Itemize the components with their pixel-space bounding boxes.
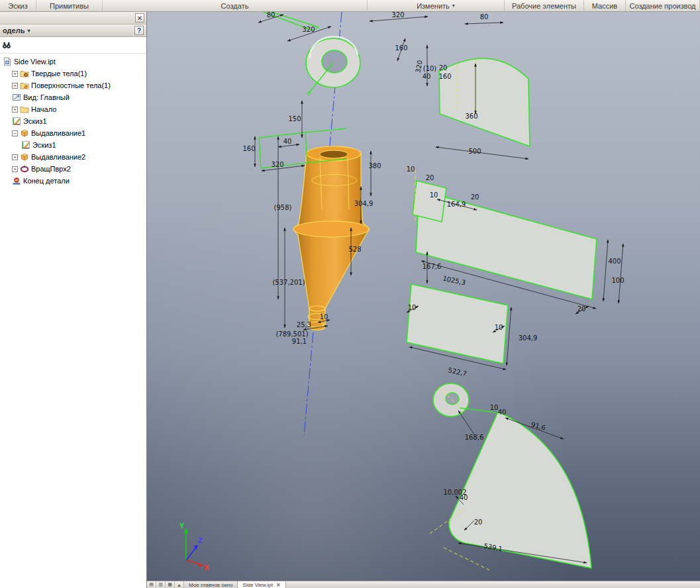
browser-header[interactable]: одель ▾ ? xyxy=(0,24,146,37)
document-tab-label: Side View.ipt xyxy=(242,582,273,588)
dimension-label[interactable]: 40 xyxy=(460,494,468,501)
graphics-viewport[interactable]: 8032032016015080320(10)20401603605004016… xyxy=(147,12,700,581)
expand-icon[interactable]: + xyxy=(12,166,18,172)
ribbon-tab-2[interactable]: Примитивы xyxy=(36,0,103,11)
browser-item-label: Эскиз1 xyxy=(23,117,47,125)
close-tab-icon[interactable]: ✕ xyxy=(276,582,281,588)
dimension-label[interactable]: 360 xyxy=(465,113,477,120)
help-icon[interactable]: ? xyxy=(134,26,144,35)
ribbon-tab-6[interactable]: Массив xyxy=(584,0,626,11)
close-panel-icon[interactable]: ✕ xyxy=(135,13,144,23)
dimension-label[interactable]: 304,9 xyxy=(354,200,374,207)
browser-item-1[interactable]: Side View.ipt xyxy=(0,56,146,68)
dimension-label[interactable]: 320 xyxy=(271,161,283,168)
top-right-profile-sketch[interactable] xyxy=(439,58,530,146)
document-tab-2[interactable]: Side View.ipt✕ xyxy=(238,581,285,588)
dimension-label[interactable]: 25,3 xyxy=(297,321,311,328)
ribbon-tab-1[interactable]: Эскиз xyxy=(0,0,36,11)
browser-item-3[interactable]: +Поверхностные тела(1) xyxy=(0,79,146,91)
expand-panel-icon[interactable]: ▲ xyxy=(175,581,184,588)
plate-b-sketch[interactable] xyxy=(407,284,508,364)
browser-item-4[interactable]: Вид: Главный xyxy=(0,91,146,103)
dimension-label[interactable]: 528 xyxy=(348,246,361,253)
sketch-icon xyxy=(21,140,30,150)
dimension-label[interactable]: 80 xyxy=(267,12,275,19)
plate-a-sketch[interactable] xyxy=(413,170,597,299)
end-of-part-icon xyxy=(12,176,21,185)
dimension-label[interactable]: 500 xyxy=(468,148,481,155)
browser-item-10[interactable]: +ВращПврх2 xyxy=(0,163,146,175)
browser-item-8[interactable]: Эскиз1 xyxy=(0,139,146,151)
triad-x-label: X xyxy=(204,564,209,571)
dimension-label[interactable]: (10) xyxy=(423,65,437,72)
dimension-label[interactable]: 20 xyxy=(471,193,479,201)
triad-z-label: Z xyxy=(198,537,203,544)
dimension-label[interactable]: (958) xyxy=(274,204,292,211)
browser-item-9[interactable]: +Выдавливание2 xyxy=(0,151,146,163)
browser-item-2[interactable]: +Твердые тела(1) xyxy=(0,68,146,79)
document-tab-1[interactable]: Мое главное окно xyxy=(184,581,238,588)
dimension-label[interactable]: 150 xyxy=(288,115,301,122)
dimension-label[interactable]: 40 xyxy=(498,409,507,416)
dimension-label[interactable]: 167,6 xyxy=(423,263,442,270)
dimension-label[interactable]: 522,7 xyxy=(448,366,468,377)
dimension-label[interactable]: 160 xyxy=(242,145,255,152)
browser-item-5[interactable]: +Начало xyxy=(0,103,146,115)
tile-horizontal-icon[interactable]: ▤ xyxy=(147,581,156,588)
browser-item-6[interactable]: Эскиз1 xyxy=(0,115,146,127)
dimension-label[interactable]: 160 xyxy=(438,73,451,80)
dimension-label[interactable]: 10 xyxy=(495,324,503,331)
dimension-label[interactable]: 40 xyxy=(423,73,431,80)
ribbon-tab-4[interactable]: Изменить▾ xyxy=(368,0,505,11)
binoculars-search-icon[interactable] xyxy=(2,40,11,50)
dimension-label[interactable]: (537,201) xyxy=(272,279,305,286)
dimension-label[interactable]: 100 xyxy=(611,277,624,284)
expand-icon[interactable]: + xyxy=(12,83,18,89)
orientation-triad[interactable]: Y Z X xyxy=(179,522,209,571)
dimension-label[interactable]: 40 xyxy=(283,138,292,145)
dimension-label[interactable]: 400 xyxy=(608,258,621,265)
dimension-label[interactable]: 320 xyxy=(414,60,423,74)
dimension-label[interactable]: 20 xyxy=(439,64,448,72)
ribbon-tab-5[interactable]: Рабочие элементы xyxy=(505,0,584,11)
expand-icon[interactable]: + xyxy=(12,71,18,77)
dimension-label[interactable]: 320 xyxy=(391,12,404,19)
dimension-label[interactable]: 304,9 xyxy=(519,334,538,342)
chevron-down-icon: ▾ xyxy=(27,28,30,34)
dimension-label[interactable]: 168,6 xyxy=(465,434,484,441)
dimension-label[interactable]: 10 xyxy=(408,304,417,311)
dimension-label[interactable]: 80 xyxy=(480,13,489,21)
dimension-label[interactable]: 1025,3 xyxy=(442,275,466,287)
dimension-label[interactable]: 380 xyxy=(368,162,381,170)
dimension-label[interactable]: 320 xyxy=(302,26,315,33)
dimension-label[interactable]: 20 xyxy=(474,518,483,526)
dimension-label[interactable]: 91,1 xyxy=(292,338,307,345)
expand-icon[interactable]: + xyxy=(12,154,18,160)
browser-toolbar: ✕ xyxy=(0,12,146,24)
dimension-label[interactable]: 160 xyxy=(395,44,407,52)
triad-y-label: Y xyxy=(179,522,185,530)
dimension-label[interactable]: 10 xyxy=(407,166,415,173)
dimension-label[interactable]: 20 xyxy=(426,174,434,181)
cascade-windows-icon[interactable]: ▦ xyxy=(166,581,175,588)
tile-vertical-icon[interactable]: ▥ xyxy=(156,581,166,588)
ribbon-tab-7[interactable]: Создание производ xyxy=(626,0,700,11)
dimension-label[interactable]: (789,501) xyxy=(275,330,308,338)
expand-icon[interactable]: + xyxy=(12,107,18,113)
fan-sector-sketch[interactable] xyxy=(430,383,591,570)
dimension-label[interactable]: 10 xyxy=(430,191,438,199)
cyclone-solid[interactable] xyxy=(293,146,370,330)
dimension-label[interactable]: 164,9 xyxy=(447,201,466,208)
browser-item-7[interactable]: −Выдавливание1 xyxy=(0,127,146,139)
ring-sketch[interactable] xyxy=(306,36,360,95)
dimension-label[interactable]: 10 xyxy=(320,313,328,320)
document-tab-bar: ▤▥▦▲Мое главное окноSide View.ipt✕ xyxy=(147,581,700,588)
ribbon-tab-label: Создать xyxy=(221,2,249,10)
dimension-label[interactable]: 20 xyxy=(577,305,586,313)
browser-item-11[interactable]: Конец детали xyxy=(0,175,146,187)
ribbon-tab-3[interactable]: Создать xyxy=(103,0,368,11)
viewport-canvas[interactable]: 8032032016015080320(10)20401603605004016… xyxy=(147,12,700,581)
collapse-icon[interactable]: − xyxy=(12,130,18,136)
dimension-label[interactable]: 10 xyxy=(490,404,499,411)
origin-folder-icon xyxy=(20,105,29,114)
